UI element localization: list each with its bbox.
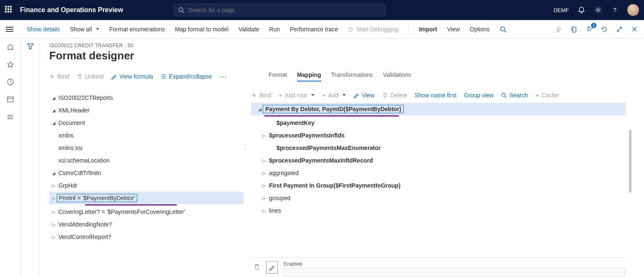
tree-row[interactable]: xmlns:xsi: [49, 142, 244, 154]
tree-row[interactable]: ▷VendControlReport?: [49, 231, 244, 243]
caret-right-icon[interactable]: ▷: [261, 171, 267, 175]
map-tree-label[interactable]: $paymentKey: [274, 119, 317, 127]
map-tree-row[interactable]: ▷lines: [251, 204, 626, 217]
group-view-button[interactable]: Group view: [464, 92, 493, 99]
tree-row-selected[interactable]: ▷PmtInf = '$PaymentByDebtor': [49, 192, 244, 204]
tab-mapping[interactable]: Mapping: [297, 71, 321, 81]
global-search-input[interactable]: [189, 7, 381, 13]
caret-down-icon[interactable]: ◢: [51, 171, 57, 175]
tab-transformations[interactable]: Transformations: [331, 71, 373, 81]
tree-label[interactable]: CstmrCdtTrfInitn: [57, 169, 103, 177]
map-tree-label[interactable]: $processedPaymentsMaxInfIdRecord: [267, 156, 375, 165]
map-tree-row[interactable]: ▷aggregated: [251, 167, 626, 179]
import-button[interactable]: Import: [419, 26, 437, 33]
caret-right-icon[interactable]: ▷: [261, 208, 267, 213]
delete-property-icon[interactable]: [254, 264, 260, 270]
tree-row[interactable]: ▷CoveringLetter? = '$PaymentsForCovering…: [49, 206, 244, 218]
workspaces-icon[interactable]: [6, 95, 15, 104]
show-name-first-button[interactable]: Show name first: [415, 92, 456, 99]
tree-row[interactable]: ▷VendAttendingNote?: [49, 218, 244, 231]
map-tree-row[interactable]: $processedPaymentsMaxEnumerator: [251, 142, 626, 154]
performance-trace-button[interactable]: Performance trace: [290, 26, 338, 33]
tree-label[interactable]: VendAttendingNote?: [57, 220, 113, 229]
tree-label[interactable]: ISO20022CTReports: [57, 94, 115, 102]
tree-row[interactable]: ◢XMLHeader: [49, 104, 244, 117]
map-tree-label[interactable]: grouped: [267, 194, 292, 202]
caret-right-icon[interactable]: ▷: [51, 196, 57, 201]
app-launcher-icon[interactable]: [5, 6, 13, 14]
validate-button[interactable]: Validate: [239, 26, 259, 33]
tree-label[interactable]: CoveringLetter? = '$PaymentsForCoveringL…: [57, 208, 187, 216]
tree-row[interactable]: ◢CstmrCdtTrfInitn: [49, 167, 244, 179]
view-menu-button[interactable]: View: [447, 26, 460, 33]
tab-format[interactable]: Format: [269, 71, 287, 81]
nav-pane-toggle-icon[interactable]: [6, 27, 13, 32]
format-enumerations-button[interactable]: Format enumerations: [109, 26, 165, 33]
map-tree-row[interactable]: ▷$processedPaymentsInfIds: [251, 129, 626, 142]
map-tree-label[interactable]: aggregated: [267, 169, 301, 177]
popout-icon[interactable]: [616, 25, 623, 33]
run-button[interactable]: Run: [269, 26, 280, 33]
tree-row[interactable]: xmlns: [49, 129, 244, 142]
edit-property-button[interactable]: [266, 261, 278, 274]
options-menu-button[interactable]: Options: [470, 26, 490, 33]
caret-right-icon[interactable]: ▷: [261, 183, 267, 188]
caret-right-icon[interactable]: ▷: [261, 133, 267, 138]
map-tree-label[interactable]: First Payment In Group($FirstPaymentInGr…: [267, 181, 402, 190]
tab-validations[interactable]: Validations: [383, 71, 411, 81]
show-all-button[interactable]: Show all: [70, 26, 99, 33]
map-tree-label[interactable]: lines: [267, 206, 283, 215]
map-tree-row[interactable]: ▷grouped: [251, 192, 626, 204]
caret-right-icon[interactable]: ▷: [51, 222, 57, 227]
favorites-star-icon[interactable]: [6, 60, 15, 69]
expand-collapse-button[interactable]: Expand/collapse: [161, 73, 212, 80]
close-icon[interactable]: [631, 25, 638, 33]
tree-row[interactable]: xsi:schemaLocation: [49, 154, 244, 167]
tree-label[interactable]: Document: [57, 119, 87, 127]
caret-right-icon[interactable]: ▷: [51, 183, 57, 188]
tree-label[interactable]: PmtInf = '$PaymentByDebtor': [57, 194, 137, 202]
map-tree-row[interactable]: $paymentKey: [251, 117, 626, 129]
filter-icon[interactable]: [27, 43, 34, 277]
user-avatar[interactable]: [627, 4, 639, 16]
modules-icon[interactable]: [6, 113, 15, 121]
caret-down-icon[interactable]: ◢: [257, 107, 263, 112]
caret-down-icon[interactable]: ◢: [51, 96, 57, 100]
refresh-icon[interactable]: [601, 25, 608, 33]
map-tree-row-selected[interactable]: ◢Payment By Debtor, PaymID($PaymentByDeb…: [251, 103, 626, 115]
vertical-scrollbar[interactable]: [629, 130, 631, 193]
caret-right-icon[interactable]: ▷: [261, 196, 267, 201]
command-search-icon[interactable]: [500, 26, 506, 33]
attachments-icon[interactable]: 0: [586, 25, 593, 33]
more-actions-icon[interactable]: ⋯: [219, 72, 227, 81]
recent-clock-icon[interactable]: [6, 78, 15, 86]
map-tree-row[interactable]: ▷First Payment In Group($FirstPaymentInG…: [251, 179, 626, 192]
office-icon[interactable]: [571, 25, 578, 33]
show-details-button[interactable]: Show details: [27, 26, 60, 33]
tree-label[interactable]: VendControlReport?: [57, 233, 113, 241]
global-search-box[interactable]: [173, 3, 386, 17]
tree-row[interactable]: ◢Document: [49, 117, 244, 129]
map-tree-label[interactable]: $processedPaymentsInfIds: [267, 131, 347, 140]
tree-label[interactable]: GrpHdr: [57, 181, 79, 190]
map-tree-label[interactable]: Payment By Debtor, PaymID($PaymentByDebt…: [263, 105, 404, 113]
pin-icon[interactable]: [556, 25, 563, 33]
map-view-button[interactable]: View: [353, 92, 374, 99]
caret-right-icon[interactable]: ▷: [51, 235, 57, 239]
tree-label[interactable]: xmlns: [57, 131, 75, 140]
help-icon[interactable]: ?: [611, 6, 619, 14]
tree-row[interactable]: ▷GrpHdr: [49, 179, 244, 192]
splitter-handle[interactable]: ⋮⋮: [243, 142, 248, 151]
search-button[interactable]: Search: [501, 92, 528, 99]
map-format-to-model-button[interactable]: Map format to model: [175, 26, 228, 33]
enabled-field-input[interactable]: [284, 268, 626, 277]
tree-label[interactable]: XMLHeader: [57, 106, 91, 114]
notifications-icon[interactable]: [577, 6, 586, 14]
tree-label[interactable]: xsi:schemaLocation: [57, 156, 111, 165]
caret-down-icon[interactable]: ◢: [51, 121, 57, 125]
map-tree-row[interactable]: ▷$processedPaymentsMaxInfIdRecord: [251, 154, 626, 167]
caret-right-icon[interactable]: ▷: [261, 158, 267, 163]
tree-label[interactable]: xmlns:xsi: [57, 144, 84, 152]
caret-down-icon[interactable]: ◢: [51, 108, 57, 113]
tree-row[interactable]: ◢ISO20022CTReports: [49, 91, 244, 104]
